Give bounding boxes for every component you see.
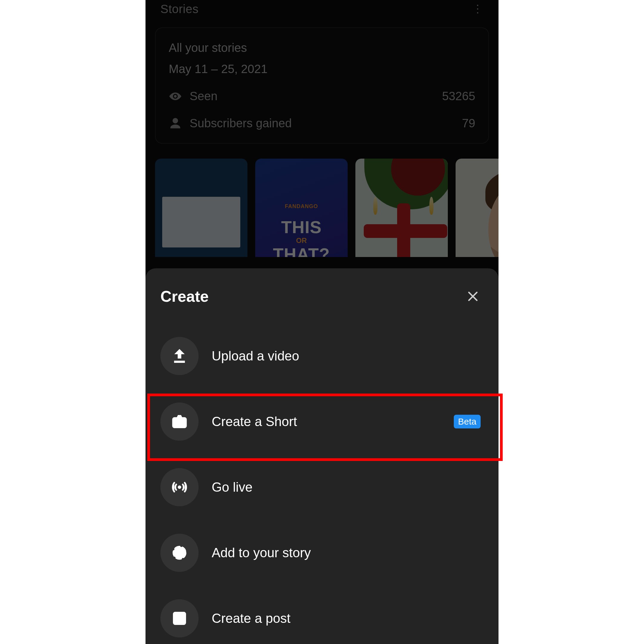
close-icon[interactable] (465, 288, 481, 305)
option-label: Create a post (212, 611, 481, 626)
svg-point-1 (177, 420, 182, 425)
option-create-post[interactable]: Create a post (145, 586, 499, 644)
option-upload-video[interactable]: Upload a video (145, 323, 499, 389)
option-add-story[interactable]: Add to your story (145, 520, 499, 586)
camera-icon (160, 403, 199, 441)
create-bottom-sheet: Create Upload a video (145, 268, 499, 644)
beta-badge: Beta (454, 415, 481, 428)
option-label: Create a Short (212, 414, 441, 429)
upload-icon (160, 337, 199, 375)
story-add-icon (160, 534, 199, 572)
compose-icon (160, 599, 199, 637)
option-go-live[interactable]: Go live (145, 454, 499, 520)
option-create-short[interactable]: Create a Short Beta (145, 389, 499, 454)
option-label: Upload a video (212, 349, 481, 363)
option-label: Add to your story (212, 545, 481, 560)
live-icon (160, 468, 199, 506)
phone-frame: Stories ⋮ All your stories May 11 – 25, … (145, 0, 499, 644)
option-label: Go live (212, 480, 481, 495)
sheet-title: Create (160, 287, 209, 305)
svg-point-2 (178, 485, 181, 489)
